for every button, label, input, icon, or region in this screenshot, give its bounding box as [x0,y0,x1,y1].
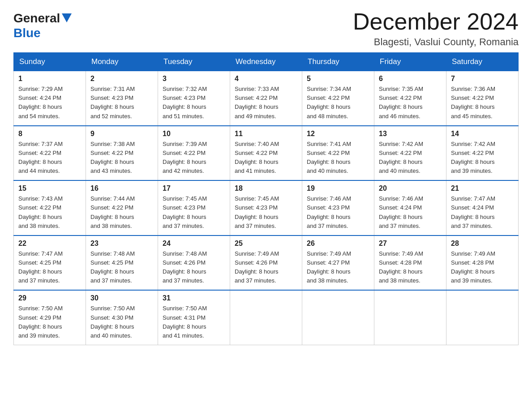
day-info: Sunrise: 7:38 AMSunset: 4:22 PMDaylight:… [90,140,153,176]
day-number: 9 [90,130,153,138]
calendar-cell: 29Sunrise: 7:50 AMSunset: 4:29 PMDayligh… [14,290,86,345]
day-number: 27 [379,240,442,248]
day-info: Sunrise: 7:40 AMSunset: 4:22 PMDaylight:… [235,140,297,176]
day-info: Sunrise: 7:48 AMSunset: 4:25 PMDaylight:… [90,249,153,286]
header-wednesday: Wednesday [230,53,302,71]
day-number: 17 [163,184,225,193]
day-number: 2 [90,75,153,83]
calendar-cell: 15Sunrise: 7:43 AMSunset: 4:22 PMDayligh… [14,180,86,235]
day-number: 11 [235,130,297,138]
day-info: Sunrise: 7:37 AMSunset: 4:22 PMDaylight:… [18,140,81,176]
page-header: General Blue December 2024 Blagesti, Vas… [13,9,519,48]
day-info: Sunrise: 7:47 AMSunset: 4:25 PMDaylight:… [18,249,81,286]
calendar-cell: 20Sunrise: 7:46 AMSunset: 4:24 PMDayligh… [374,180,446,235]
calendar-cell: 26Sunrise: 7:49 AMSunset: 4:27 PMDayligh… [302,235,374,291]
day-info: Sunrise: 7:49 AMSunset: 4:26 PMDaylight:… [235,249,297,286]
day-number: 22 [18,240,81,248]
day-number: 20 [379,184,442,193]
calendar-header-row: SundayMondayTuesdayWednesdayThursdayFrid… [14,53,519,71]
header-saturday: Saturday [446,53,519,71]
day-info: Sunrise: 7:47 AMSunset: 4:24 PMDaylight:… [451,194,514,231]
calendar-cell: 6Sunrise: 7:35 AMSunset: 4:22 PMDaylight… [374,71,446,126]
calendar-cell: 4Sunrise: 7:33 AMSunset: 4:22 PMDaylight… [230,71,302,126]
header-tuesday: Tuesday [158,53,230,71]
calendar-cell: 11Sunrise: 7:40 AMSunset: 4:22 PMDayligh… [230,126,302,181]
svg-marker-0 [62,13,72,22]
calendar-cell: 13Sunrise: 7:42 AMSunset: 4:22 PMDayligh… [374,126,446,181]
calendar-week-4: 22Sunrise: 7:47 AMSunset: 4:25 PMDayligh… [14,235,519,291]
calendar-cell [446,290,519,345]
calendar-cell: 28Sunrise: 7:49 AMSunset: 4:28 PMDayligh… [446,235,519,291]
day-info: Sunrise: 7:49 AMSunset: 4:28 PMDaylight:… [451,249,514,286]
logo-blue-text: Blue [13,26,41,40]
logo: General Blue [13,9,72,40]
day-number: 30 [90,294,153,302]
day-info: Sunrise: 7:35 AMSunset: 4:22 PMDaylight:… [379,85,442,121]
calendar-week-1: 1Sunrise: 7:29 AMSunset: 4:24 PMDaylight… [14,71,519,126]
day-number: 8 [18,130,81,138]
calendar-cell: 23Sunrise: 7:48 AMSunset: 4:25 PMDayligh… [86,235,158,291]
calendar-cell [374,290,446,345]
day-number: 28 [451,240,514,248]
day-number: 1 [18,75,81,83]
calendar-cell: 21Sunrise: 7:47 AMSunset: 4:24 PMDayligh… [446,180,519,235]
day-info: Sunrise: 7:50 AMSunset: 4:29 PMDaylight:… [18,304,81,340]
day-number: 15 [18,184,81,193]
calendar-week-2: 8Sunrise: 7:37 AMSunset: 4:22 PMDaylight… [14,126,519,181]
day-info: Sunrise: 7:49 AMSunset: 4:27 PMDaylight:… [307,249,369,286]
day-info: Sunrise: 7:36 AMSunset: 4:22 PMDaylight:… [451,85,514,121]
day-number: 31 [163,294,225,302]
day-number: 25 [235,240,297,248]
day-info: Sunrise: 7:45 AMSunset: 4:23 PMDaylight:… [235,194,297,231]
day-info: Sunrise: 7:42 AMSunset: 4:22 PMDaylight:… [379,140,442,176]
month-title: December 2024 [353,9,519,34]
day-number: 3 [163,75,225,83]
logo-general-text: General [13,11,60,25]
calendar-table: SundayMondayTuesdayWednesdayThursdayFrid… [13,52,519,345]
day-number: 7 [451,75,514,83]
header-sunday: Sunday [14,53,86,71]
day-info: Sunrise: 7:50 AMSunset: 4:31 PMDaylight:… [163,304,225,340]
day-info: Sunrise: 7:41 AMSunset: 4:22 PMDaylight:… [307,140,369,176]
calendar-cell: 9Sunrise: 7:38 AMSunset: 4:22 PMDaylight… [86,126,158,181]
calendar-cell: 8Sunrise: 7:37 AMSunset: 4:22 PMDaylight… [14,126,86,181]
day-info: Sunrise: 7:32 AMSunset: 4:23 PMDaylight:… [163,85,225,121]
header-thursday: Thursday [302,53,374,71]
calendar-cell: 1Sunrise: 7:29 AMSunset: 4:24 PMDaylight… [14,71,86,126]
day-info: Sunrise: 7:43 AMSunset: 4:22 PMDaylight:… [18,194,81,231]
calendar-cell: 18Sunrise: 7:45 AMSunset: 4:23 PMDayligh… [230,180,302,235]
calendar-cell: 3Sunrise: 7:32 AMSunset: 4:23 PMDaylight… [158,71,230,126]
day-number: 29 [18,294,81,302]
calendar-cell [302,290,374,345]
calendar-cell: 5Sunrise: 7:34 AMSunset: 4:22 PMDaylight… [302,71,374,126]
logo-line1: General [13,11,72,26]
calendar-week-5: 29Sunrise: 7:50 AMSunset: 4:29 PMDayligh… [14,290,519,345]
day-number: 24 [163,240,225,248]
day-info: Sunrise: 7:34 AMSunset: 4:22 PMDaylight:… [307,85,369,121]
day-info: Sunrise: 7:33 AMSunset: 4:22 PMDaylight:… [235,85,297,121]
calendar-cell: 17Sunrise: 7:45 AMSunset: 4:23 PMDayligh… [158,180,230,235]
calendar-cell: 19Sunrise: 7:46 AMSunset: 4:23 PMDayligh… [302,180,374,235]
logo-arrow-icon [62,13,72,24]
day-info: Sunrise: 7:44 AMSunset: 4:22 PMDaylight:… [90,194,153,231]
day-number: 6 [379,75,442,83]
day-number: 18 [235,184,297,193]
day-number: 23 [90,240,153,248]
day-number: 26 [307,240,369,248]
day-info: Sunrise: 7:48 AMSunset: 4:26 PMDaylight:… [163,249,225,286]
day-number: 4 [235,75,297,83]
day-info: Sunrise: 7:45 AMSunset: 4:23 PMDaylight:… [163,194,225,231]
day-number: 19 [307,184,369,193]
day-info: Sunrise: 7:39 AMSunset: 4:22 PMDaylight:… [163,140,225,176]
calendar-cell: 16Sunrise: 7:44 AMSunset: 4:22 PMDayligh… [86,180,158,235]
header-monday: Monday [86,53,158,71]
day-number: 14 [451,130,514,138]
calendar-cell: 24Sunrise: 7:48 AMSunset: 4:26 PMDayligh… [158,235,230,291]
calendar-cell: 12Sunrise: 7:41 AMSunset: 4:22 PMDayligh… [302,126,374,181]
logo-line2: Blue [13,26,41,40]
calendar-cell: 7Sunrise: 7:36 AMSunset: 4:22 PMDaylight… [446,71,519,126]
calendar-cell [230,290,302,345]
calendar-cell: 22Sunrise: 7:47 AMSunset: 4:25 PMDayligh… [14,235,86,291]
calendar-cell: 10Sunrise: 7:39 AMSunset: 4:22 PMDayligh… [158,126,230,181]
day-number: 12 [307,130,369,138]
